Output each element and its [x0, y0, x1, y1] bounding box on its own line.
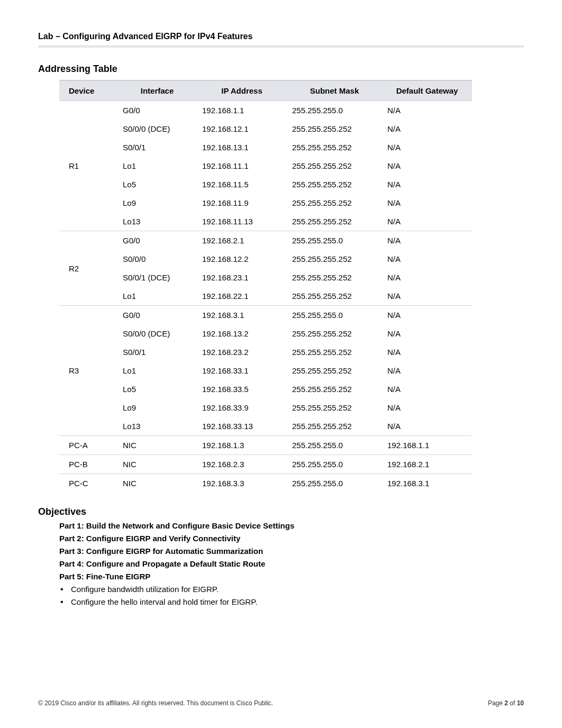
cell-interface: S0/0/0 (DCE) [117, 324, 197, 343]
cell-mask: 255.255.255.252 [287, 361, 382, 380]
th-ip: IP Address [197, 80, 287, 101]
table-row: Lo5192.168.33.5255.255.255.252N/A [59, 380, 472, 398]
cell-interface: S0/0/1 [117, 138, 197, 157]
objective-part: Part 1: Build the Network and Configure … [59, 521, 524, 530]
cell-mask: 255.255.255.252 [287, 157, 382, 175]
table-row: PC-ANIC192.168.1.3255.255.255.0192.168.1… [59, 436, 472, 455]
cell-interface: Lo1 [117, 157, 197, 175]
cell-gateway: N/A [382, 287, 472, 306]
cell-mask: 255.255.255.252 [287, 120, 382, 138]
table-row: S0/0/1192.168.13.1255.255.255.252N/A [59, 138, 472, 157]
cell-gateway: N/A [382, 138, 472, 157]
cell-interface: G0/0 [117, 101, 197, 120]
objectives-bullets: Configure bandwidth utilization for EIGR… [59, 585, 524, 606]
cell-interface: G0/0 [117, 306, 197, 325]
table-row: PC-BNIC192.168.2.3255.255.255.0192.168.2… [59, 455, 472, 474]
table-row: S0/0/0 (DCE)192.168.12.1255.255.255.252N… [59, 120, 472, 138]
cell-gateway: N/A [382, 324, 472, 343]
addressing-heading: Addressing Table [38, 63, 524, 75]
table-row: Lo9192.168.33.9255.255.255.252N/A [59, 398, 472, 417]
cell-ip: 192.168.11.1 [197, 157, 287, 175]
cell-ip: 192.168.13.2 [197, 324, 287, 343]
cell-mask: 255.255.255.0 [287, 306, 382, 325]
cell-gateway: N/A [382, 398, 472, 417]
cell-ip: 192.168.33.9 [197, 398, 287, 417]
cell-ip: 192.168.33.1 [197, 361, 287, 380]
table-row: PC-CNIC192.168.3.3255.255.255.0192.168.3… [59, 474, 472, 493]
th-device: Device [59, 80, 117, 101]
cell-gateway: N/A [382, 380, 472, 398]
cell-ip: 192.168.3.1 [197, 306, 287, 325]
cell-interface: NIC [117, 474, 197, 493]
lab-title: Lab – Configuring Advanced EIGRP for IPv… [38, 32, 524, 41]
cell-mask: 255.255.255.252 [287, 175, 382, 194]
footer-page-total: 10 [517, 699, 524, 707]
table-row: S0/0/1192.168.23.2255.255.255.252N/A [59, 343, 472, 361]
cell-gateway: N/A [382, 120, 472, 138]
cell-gateway: N/A [382, 212, 472, 231]
cell-gateway: N/A [382, 417, 472, 436]
cell-ip: 192.168.12.1 [197, 120, 287, 138]
cell-ip: 192.168.11.9 [197, 194, 287, 212]
cell-interface: Lo9 [117, 398, 197, 417]
table-row: Lo13192.168.33.13255.255.255.252N/A [59, 417, 472, 436]
cell-mask: 255.255.255.252 [287, 194, 382, 212]
objective-bullet: Configure the hello interval and hold ti… [59, 597, 524, 606]
title-divider [38, 46, 524, 49]
table-row: Lo1192.168.22.1255.255.255.252N/A [59, 287, 472, 306]
cell-device: R3 [59, 306, 117, 436]
cell-gateway: N/A [382, 231, 472, 250]
footer-page-num: 2 [504, 699, 508, 707]
cell-gateway: N/A [382, 306, 472, 325]
table-row: Lo5192.168.11.5255.255.255.252N/A [59, 175, 472, 194]
footer-page: Page 2 of 10 [488, 699, 524, 707]
cell-device: PC-C [59, 474, 117, 493]
cell-mask: 255.255.255.0 [287, 231, 382, 250]
cell-device: PC-A [59, 436, 117, 455]
cell-device: R2 [59, 231, 117, 306]
footer-page-prefix: Page [488, 699, 504, 707]
th-interface: Interface [117, 80, 197, 101]
cell-gateway: N/A [382, 157, 472, 175]
table-row: Lo9192.168.11.9255.255.255.252N/A [59, 194, 472, 212]
cell-ip: 192.168.2.3 [197, 455, 287, 474]
objectives-parts: Part 1: Build the Network and Configure … [59, 521, 524, 581]
th-gateway: Default Gateway [382, 80, 472, 101]
cell-interface: NIC [117, 455, 197, 474]
cell-gateway: N/A [382, 101, 472, 120]
cell-gateway: N/A [382, 268, 472, 287]
cell-mask: 255.255.255.252 [287, 250, 382, 268]
cell-interface: Lo13 [117, 212, 197, 231]
cell-mask: 255.255.255.0 [287, 474, 382, 493]
objective-part: Part 5: Fine-Tune EIGRP [59, 572, 524, 581]
cell-ip: 192.168.23.2 [197, 343, 287, 361]
table-row: S0/0/0 (DCE)192.168.13.2255.255.255.252N… [59, 324, 472, 343]
objective-part: Part 3: Configure EIGRP for Automatic Su… [59, 547, 524, 556]
cell-interface: Lo1 [117, 287, 197, 306]
table-header-row: Device Interface IP Address Subnet Mask … [59, 80, 472, 101]
cell-mask: 255.255.255.252 [287, 417, 382, 436]
table-row: S0/0/0192.168.12.2255.255.255.252N/A [59, 250, 472, 268]
cell-interface: Lo1 [117, 361, 197, 380]
footer-page-of: of [508, 699, 517, 707]
objective-bullet: Configure bandwidth utilization for EIGR… [59, 585, 524, 594]
cell-ip: 192.168.33.5 [197, 380, 287, 398]
cell-ip: 192.168.2.1 [197, 231, 287, 250]
cell-ip: 192.168.13.1 [197, 138, 287, 157]
cell-mask: 255.255.255.252 [287, 287, 382, 306]
cell-mask: 255.255.255.252 [287, 343, 382, 361]
cell-interface: S0/0/0 [117, 250, 197, 268]
cell-interface: S0/0/1 [117, 343, 197, 361]
cell-device: R1 [59, 101, 117, 231]
cell-device: PC-B [59, 455, 117, 474]
table-row: R3G0/0192.168.3.1255.255.255.0N/A [59, 306, 472, 325]
cell-gateway: N/A [382, 175, 472, 194]
cell-mask: 255.255.255.252 [287, 380, 382, 398]
cell-interface: S0/0/0 (DCE) [117, 120, 197, 138]
table-row: R1G0/0192.168.1.1255.255.255.0N/A [59, 101, 472, 120]
cell-gateway: N/A [382, 194, 472, 212]
cell-ip: 192.168.1.1 [197, 101, 287, 120]
cell-mask: 255.255.255.252 [287, 268, 382, 287]
cell-interface: Lo9 [117, 194, 197, 212]
cell-mask: 255.255.255.252 [287, 398, 382, 417]
